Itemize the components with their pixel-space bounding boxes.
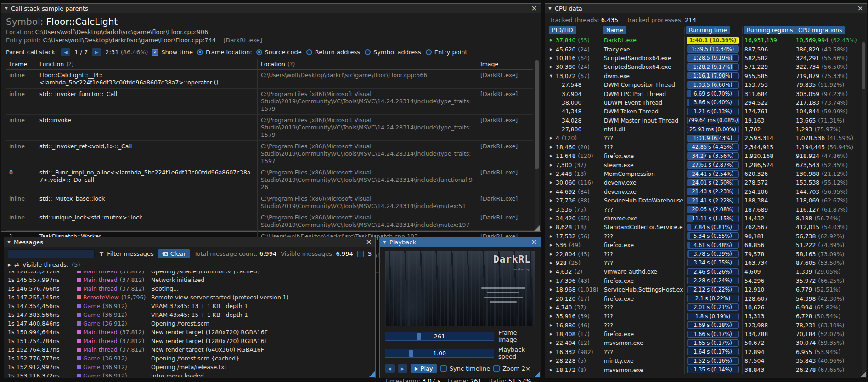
checkbox-icon[interactable]: ✓ — [152, 49, 158, 56]
previous-frame-button[interactable]: ◀ — [385, 364, 395, 373]
checkbox-icon[interactable] — [493, 365, 500, 372]
message-row[interactable]: 1s 153,116,372ns Game (36,912) Intro men… — [8, 371, 372, 377]
collapse-icon[interactable]: ▼ — [7, 240, 11, 244]
expand-icon[interactable]: ▶ — [550, 38, 556, 42]
expand-icon[interactable]: ▶ — [550, 180, 556, 185]
expand-icon[interactable]: ▼ — [550, 74, 556, 78]
expand-icon[interactable]: ▶ — [550, 368, 556, 372]
cpu-row[interactable]: ▼ 13,072 (67) dwm.exe 1:16.1 (7.90%) 955… — [548, 72, 865, 80]
cpu-row[interactable]: ▶ 4 (120) ??? 1:01.9 (6.43%) 2,593,314 1… — [548, 134, 865, 142]
resize-grip[interactable] — [534, 371, 540, 377]
cpu-row[interactable]: ▶ 45,620 (24) Tracy.exe 1:39.5 (10.34%) … — [548, 45, 865, 53]
expand-icon[interactable]: ▶ — [550, 56, 556, 60]
cpu-row[interactable]: ▶ 4,740 (37) ??? 2.01 s (0.21%) 10,626 6… — [548, 303, 865, 312]
sync-timeline-checkbox[interactable]: Sync timeline — [440, 365, 490, 372]
radio-icon[interactable] — [426, 49, 432, 55]
close-icon[interactable]: × — [531, 5, 537, 11]
message-row[interactable]: 1s 152,764,817ns Main thread (37,812) Ne… — [8, 345, 372, 354]
expand-icon[interactable]: ▶ — [550, 305, 556, 309]
collapse-icon[interactable]: ▼ — [383, 240, 386, 244]
cpu-row[interactable]: ▶ 16,332 (982) ??? 1.64 s (0.17%) 12,894… — [548, 348, 865, 356]
vertical-scrollbar[interactable] — [535, 59, 539, 229]
help-icon[interactable]: (?) — [287, 61, 295, 67]
expand-icon[interactable]: ▶ — [550, 341, 556, 345]
expand-icon[interactable]: ▶ — [550, 332, 556, 336]
expand-icon[interactable]: ▶ — [550, 225, 556, 229]
vertical-scrollbar[interactable] — [862, 41, 866, 376]
scrollbar-thumb[interactable] — [862, 42, 865, 89]
expand-icon[interactable]: ▶ — [550, 208, 556, 212]
message-row[interactable]: 1s 151,754,784ns Main thread (37,812) Ne… — [8, 337, 372, 345]
frame-location-radio[interactable]: Symbol address — [365, 49, 421, 56]
column-header-pid[interactable]: PID/TID — [548, 27, 602, 34]
scrollbar-thumb[interactable] — [535, 60, 539, 169]
zoom-checkbox[interactable]: Zoom 2× — [493, 365, 530, 372]
cpu-row[interactable]: ▶ 16,880 (46) ??? 1.69 s (0.18%) 123,988… — [548, 321, 865, 330]
frame-location-radio[interactable]: Return address — [306, 49, 360, 56]
expand-icon[interactable]: ▶ — [550, 190, 556, 194]
cpu-row[interactable]: ▶ 27,736 (88) ServiceHub.DataWarehouse 2… — [548, 196, 865, 205]
frame-location-radio[interactable]: Source code — [256, 49, 302, 56]
radio-icon[interactable] — [256, 49, 262, 55]
callstack-table-row[interactable]: inline std::unique_lock<std::mutex>::loc… — [6, 212, 533, 231]
expand-icon[interactable]: ▶ — [550, 297, 556, 301]
expand-icon[interactable]: ▶ — [550, 350, 556, 354]
clear-button[interactable]: Clear — [158, 249, 190, 258]
message-row[interactable]: 1s 147,354,456ns Game (36,912) VRAM 37x4… — [8, 302, 372, 310]
cpu-row[interactable]: 41,348 DWM Token Thread 1.21 s (0.13%) 1… — [548, 107, 865, 116]
next-parent-button[interactable]: ▶ — [92, 48, 101, 56]
message-row[interactable]: 1s 152,912,997ns Game (36,912) Opening /… — [8, 363, 372, 371]
expand-icon[interactable]: ▶ — [550, 163, 556, 167]
expand-icon[interactable]: ▶ — [550, 234, 556, 238]
cpu-row[interactable]: 34,028 DWM Master Input Thread 799.64 ms… — [548, 116, 865, 125]
column-header-frame[interactable]: Frame — [6, 59, 36, 69]
expand-icon[interactable]: ▶ — [550, 252, 556, 256]
cpu-row[interactable]: ▶ 30,380 (24) ScriptedSandbox64.exe 1:28… — [548, 62, 865, 71]
cpu-row[interactable]: ▶ 35,916 (39) ??? 1.8 s (0.19%) 13,313 6… — [548, 312, 865, 320]
column-header-cpu-migrations[interactable]: CPU migrations — [794, 27, 865, 34]
cpu-row[interactable]: ▶ 44,692 (84) devenv.exe 21.43 s (2.23%)… — [548, 187, 865, 196]
collapse-icon[interactable]: ▼ — [5, 6, 8, 11]
cpu-row[interactable]: 38,000 uDWM Event Thread 3.86 s (0.40%) … — [548, 98, 865, 107]
resize-grip[interactable] — [860, 371, 866, 377]
callstack-table-row[interactable]: inline std::_Mutex_base::lock C:\Program… — [6, 193, 533, 212]
expand-icon[interactable]: ▶ — [550, 216, 556, 220]
cpu-row[interactable]: ▶ 3,536 (75) ??? 20.05 s (2.08%) 187,689… — [548, 205, 865, 213]
cpu-row[interactable]: ▶ 10,816 (64) ScriptedSandbox64.exe 1:28… — [548, 54, 865, 62]
cpu-row[interactable]: 37,904 DWM LPC Port Thread 6.69 s (0.70%… — [548, 89, 865, 98]
column-header-function[interactable]: Function(?) — [36, 59, 258, 69]
close-icon[interactable]: × — [857, 5, 863, 11]
column-header-location[interactable]: Location(?) — [258, 59, 477, 69]
radio-icon[interactable] — [306, 49, 312, 55]
callstack-titlebar[interactable]: ▼ Call stack sample parents × — [1, 4, 541, 13]
expand-icon[interactable]: ▶ — [8, 263, 11, 267]
cpu-row[interactable]: ▶ 18,408 (17) firefox.exe 1.66 s (0.17%)… — [548, 330, 865, 338]
cpu-row[interactable]: ▶ 536 (49) firefox.exe 4.61 s (0.48%) 68… — [548, 241, 865, 249]
collapse-icon[interactable]: ▼ — [548, 6, 552, 11]
cpu-row[interactable]: ▶ 34,420 (65) chrome.exe 11.11 s (1.15%)… — [548, 214, 865, 223]
cpu-row[interactable]: ▶ 2,448 (18) MemCompression 24.41 s (2.5… — [548, 169, 865, 178]
cpu-row[interactable]: ▶ 22,404 (12) msvsmon.exe 1.65 s (0.17%)… — [548, 338, 865, 347]
cpu-row[interactable]: ▶ 7,300 (37) steam.exe 27.61 s (2.87%) 1… — [548, 160, 865, 169]
cpu-row[interactable]: ▶ 30,060 (116) devenv.exe 24.01 s (2.50%… — [548, 178, 865, 187]
cpu-row[interactable]: ▶ 4,632 (2) vmware-authd.exe 2.46 s (0.2… — [548, 267, 865, 276]
cpu-row[interactable]: ▶ 18,460 (20) ??? 42.85 s (4.45%) 2,344,… — [548, 143, 865, 152]
expand-icon[interactable]: ▶ — [550, 270, 556, 274]
message-row[interactable]: 1s 147,400,846ns Game (36,912) Opening /… — [8, 319, 372, 328]
message-row[interactable]: 1s 147,255,145ns RemoteView (18,796) Rem… — [8, 293, 372, 302]
expand-icon[interactable]: ▶ — [550, 287, 556, 292]
callstack-table-row[interactable]: inline std::_Invoker_functor::_Call C:\P… — [6, 89, 533, 115]
play-button[interactable]: ▶ Play — [411, 364, 437, 373]
next-frame-button[interactable]: ▶ — [398, 364, 407, 373]
callstack-table-row[interactable]: 0 std::_Func_impl_no_alloc<<lambda_5bc22… — [6, 167, 533, 193]
filter-input[interactable] — [8, 249, 95, 258]
column-header-running-time[interactable]: Running time — [685, 27, 743, 34]
messages-titlebar[interactable]: ▼ Messages × — [4, 237, 375, 247]
column-header-running-regions[interactable]: Running regions — [743, 27, 794, 34]
message-row[interactable]: 1s 145,557,997ns Main thread (37,812) Ne… — [8, 275, 372, 284]
cpu-row[interactable]: ▶ 11,648 (120) firefox.exe 34.27 s (3.56… — [548, 152, 865, 160]
cpu-row[interactable]: ▶ 928 (25) ??? 3.34 s (0.35%) 163,734 87… — [548, 258, 865, 267]
expand-icon[interactable]: ▶ — [550, 279, 556, 283]
frame-slider[interactable]: 261 — [385, 332, 494, 341]
cpu-row[interactable]: ▶ 17,396 (43) firefox.exe 2.28 s (0.24%)… — [548, 276, 865, 285]
